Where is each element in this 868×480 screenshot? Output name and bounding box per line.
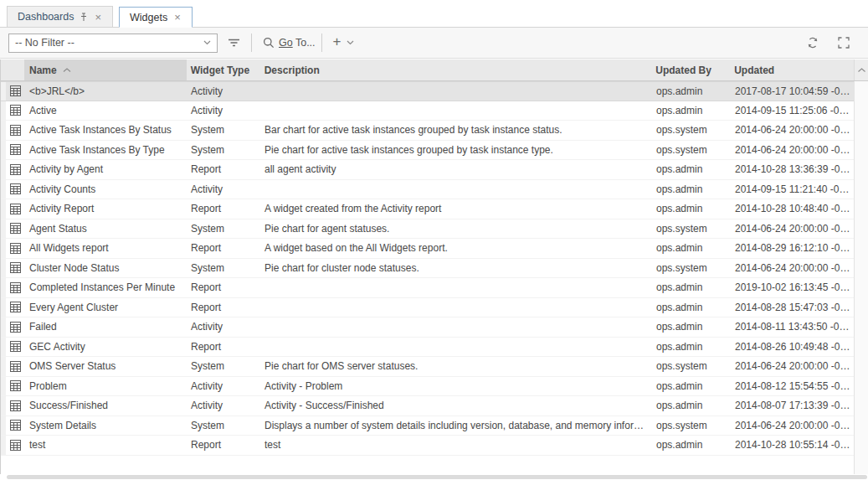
column-header-updated[interactable]: Updated xyxy=(727,59,854,80)
cell-widget-type: System xyxy=(187,360,260,372)
cell-updated-by: ops.admin xyxy=(650,302,727,313)
cell-updated-by: ops.system xyxy=(650,223,727,235)
cell-widget-type: Activity xyxy=(187,380,260,392)
cell-updated-by: ops.system xyxy=(650,262,727,274)
widget-icon xyxy=(6,85,24,96)
tab-dashboards-label: Dashboards xyxy=(18,11,74,23)
table-row[interactable]: Active Task Instances By Status System B… xyxy=(1,121,854,141)
cell-name: Activity Counts xyxy=(24,183,187,195)
cell-updated-by: ops.system xyxy=(650,124,727,136)
cell-updated-by: ops.admin xyxy=(650,183,727,195)
cell-name: Failed xyxy=(24,321,187,333)
toolbar-divider xyxy=(251,34,252,52)
cell-widget-type: Report xyxy=(187,281,260,293)
widget-icon xyxy=(6,440,24,451)
cell-widget-type: Report xyxy=(187,203,260,214)
table-row[interactable]: <b>JRL</b> Activity ops.admin 2017-08-17… xyxy=(1,81,854,101)
widget-icon xyxy=(6,144,24,155)
cell-name: Cluster Node Status xyxy=(24,262,187,274)
close-icon[interactable]: × xyxy=(173,12,182,23)
cell-name: Activity by Agent xyxy=(24,163,187,175)
column-header-name[interactable]: Name xyxy=(24,59,187,80)
scrollbar-up-arrow[interactable] xyxy=(854,59,868,80)
cell-widget-type: Report xyxy=(187,163,260,175)
close-icon[interactable]: × xyxy=(94,12,102,23)
cell-widget-type: System xyxy=(187,420,260,431)
column-header-updated-by[interactable]: Updated By xyxy=(649,59,727,80)
table-row[interactable]: Active Activity ops.admin 2014-09-15 11:… xyxy=(1,101,854,121)
add-button[interactable]: + xyxy=(328,34,345,52)
table-row[interactable]: test Report test ops.admin 2014-10-28 10… xyxy=(1,436,854,456)
horizontal-scrollbar-thumb[interactable] xyxy=(7,475,867,479)
table-row[interactable]: Problem Activity Activity - Problem ops.… xyxy=(1,377,854,397)
table-row[interactable]: Cluster Node Status System Pie chart for… xyxy=(1,259,854,279)
table-row[interactable]: Activity Counts Activity ops.admin 2014-… xyxy=(1,180,854,200)
cell-name: Agent Status xyxy=(24,223,187,235)
widget-icon xyxy=(6,322,24,333)
cell-updated: 2014-08-28 15:47:03 -0400 xyxy=(727,302,854,313)
cell-name: Completed Instances Per Minute xyxy=(24,281,187,293)
cell-description: Pie chart for cluster node statuses. xyxy=(260,262,650,274)
cell-updated: 2014-10-28 13:36:39 -0400 xyxy=(727,163,854,175)
cell-name: Active Task Instances By Type xyxy=(24,144,187,156)
filter-dropdown[interactable]: -- No Filter -- xyxy=(8,34,218,53)
horizontal-scrollbar[interactable] xyxy=(0,474,868,480)
cell-updated: 2014-06-24 20:00:00 -0400 xyxy=(727,262,854,274)
cell-updated: 2014-06-24 20:00:00 -0400 xyxy=(727,144,854,156)
cell-name: <b>JRL</b> xyxy=(24,85,187,97)
cell-updated: 2014-08-07 17:13:39 -0400 xyxy=(727,400,854,411)
toolbar: -- No Filter -- Go To... + xyxy=(0,28,868,59)
widget-icon xyxy=(6,223,24,234)
table-row[interactable]: All Widgets report Report A widget based… xyxy=(1,239,854,259)
cell-description: Pie chart for active task instances grou… xyxy=(260,144,650,156)
table-row[interactable]: OMS Server Status System Pie chart for O… xyxy=(1,357,854,377)
cell-updated-by: ops.admin xyxy=(650,203,727,214)
tab-widgets[interactable]: Widgets × xyxy=(119,7,193,28)
cell-description: A widget based on the All Widgets report… xyxy=(260,242,650,254)
tab-dashboards[interactable]: Dashboards × xyxy=(7,6,113,27)
widget-icon xyxy=(6,302,24,312)
vertical-scrollbar[interactable] xyxy=(854,81,868,474)
go-to-button[interactable]: Go To... xyxy=(279,37,316,49)
table-row[interactable]: System Details System Displays a number … xyxy=(1,416,854,436)
table-row[interactable]: GEC Activity Report ops.admin 2014-08-26… xyxy=(1,338,854,358)
table-row[interactable]: Completed Instances Per Minute Report op… xyxy=(1,278,854,298)
cell-updated-by: ops.admin xyxy=(650,242,727,254)
pin-icon[interactable] xyxy=(80,13,88,22)
widget-icon xyxy=(6,204,24,214)
table-row[interactable]: Activity Report Report A widget created … xyxy=(1,199,854,219)
cell-updated: 2014-09-15 11:21:40 -0400 xyxy=(727,183,854,195)
cell-updated-by: ops.system xyxy=(650,360,727,372)
table-row[interactable]: Every Agent Cluster Report ops.admin 201… xyxy=(1,298,854,318)
cell-updated-by: ops.system xyxy=(650,144,727,156)
table-row[interactable]: Activity by Agent Report all agent activ… xyxy=(1,160,854,180)
cell-updated: 2014-08-11 13:43:50 -0400 xyxy=(727,321,854,333)
cell-updated: 2014-06-24 20:00:00 -0400 xyxy=(727,420,854,431)
widget-icon xyxy=(6,125,24,136)
cell-name: Active Task Instances By Status xyxy=(24,124,187,136)
widgets-table: Name Widget Type Description Updated By … xyxy=(0,59,868,474)
cell-widget-type: Activity xyxy=(187,85,260,97)
table-row[interactable]: Active Task Instances By Type System Pie… xyxy=(1,141,854,161)
cell-updated-by: ops.admin xyxy=(650,341,727,353)
add-menu-chevron-icon[interactable] xyxy=(345,40,359,45)
cell-updated-by: ops.admin xyxy=(650,400,727,411)
cell-widget-type: System xyxy=(187,223,260,235)
table-row[interactable]: Success/Finished Activity Activity - Suc… xyxy=(1,396,854,416)
cell-updated: 2019-10-02 16:13:45 -0400 xyxy=(727,281,854,293)
cell-widget-type: Activity xyxy=(187,105,260,116)
table-body: <b>JRL</b> Activity ops.admin 2017-08-17… xyxy=(1,81,854,474)
table-row[interactable]: Agent Status System Pie chart for agent … xyxy=(1,219,854,240)
cell-description: Pie chart for OMS server statuses. xyxy=(260,360,650,372)
cell-widget-type: Report xyxy=(187,302,260,313)
cell-name: All Widgets report xyxy=(24,242,187,254)
cell-updated-by: ops.admin xyxy=(650,85,727,97)
column-header-widget-type[interactable]: Widget Type xyxy=(187,59,260,80)
fullscreen-icon[interactable] xyxy=(833,37,855,49)
table-row[interactable]: Failed Activity ops.admin 2014-08-11 13:… xyxy=(1,317,854,338)
refresh-icon[interactable] xyxy=(801,36,824,49)
widget-icon xyxy=(6,361,24,372)
widget-icon xyxy=(6,262,24,273)
column-header-description[interactable]: Description xyxy=(260,59,650,80)
filter-lines-icon[interactable] xyxy=(223,38,245,48)
